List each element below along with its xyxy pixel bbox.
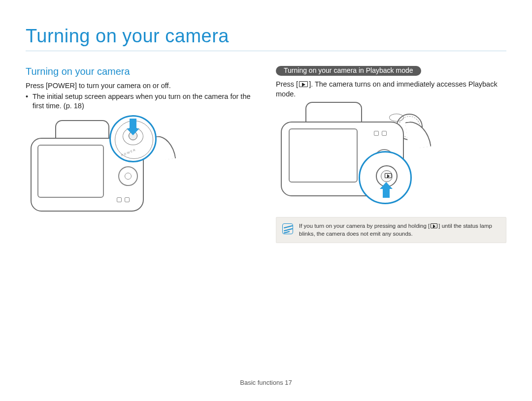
note-prefix: If you turn on your camera by pressing a… — [299, 223, 430, 229]
playback-icon — [299, 81, 308, 87]
camera-power-illustration: POWER — [26, 118, 173, 216]
note-icon — [282, 223, 293, 234]
two-column-layout: Turning on your camera Press [POWER] to … — [26, 66, 506, 243]
arrow-up-icon — [383, 188, 390, 198]
section-heading-left: Turning on your camera — [26, 66, 256, 77]
left-bullet-row: • The initial setup screen appears when … — [26, 92, 256, 111]
playback-icon — [431, 223, 437, 228]
playback-mode-pill: Turning on your camera in Playback mode — [276, 66, 421, 76]
left-paragraph-1: Press [POWER] to turn your camera on or … — [26, 81, 256, 91]
right-p1-prefix: Press [ — [276, 80, 298, 88]
arrow-down-icon — [130, 119, 136, 129]
camera-small-button — [382, 131, 387, 136]
camera-small-button — [125, 197, 130, 202]
camera-lcd — [37, 145, 104, 198]
power-button-callout: POWER — [109, 115, 157, 162]
camera-dpad — [118, 166, 138, 186]
bullet-dot: • — [26, 92, 33, 111]
note-box: If you turn on your camera by pressing a… — [276, 217, 506, 243]
camera-playback-illustration — [276, 102, 429, 205]
left-paragraph-2: The initial setup screen appears when yo… — [33, 92, 256, 111]
camera2-button-row — [373, 129, 396, 138]
camera-dpad-center — [125, 173, 132, 180]
camera-small-button — [374, 131, 379, 136]
manual-page: Turning on your camera Turning on your c… — [0, 0, 532, 401]
playback-icon — [385, 173, 392, 178]
right-column: Turning on your camera in Playback mode … — [276, 66, 506, 243]
left-column: Turning on your camera Press [POWER] to … — [26, 66, 256, 243]
camera-button-row-bottom — [116, 196, 139, 205]
page-footer: Basic functions 17 — [0, 379, 532, 386]
note-text: If you turn on your camera by pressing a… — [299, 222, 500, 238]
right-p1-suffix: ]. The camera turns on and immediately a… — [276, 80, 498, 98]
page-title: Turning on your camera — [26, 26, 506, 51]
right-paragraph-1: Press []. The camera turns on and immedi… — [276, 80, 506, 99]
camera2-grip-arc — [405, 119, 431, 150]
playback-button-callout — [359, 151, 412, 204]
camera-small-button — [117, 197, 122, 202]
footer-page-number: 17 — [285, 379, 292, 386]
camera2-lcd — [289, 128, 358, 183]
footer-section-name: Basic functions — [240, 379, 283, 386]
